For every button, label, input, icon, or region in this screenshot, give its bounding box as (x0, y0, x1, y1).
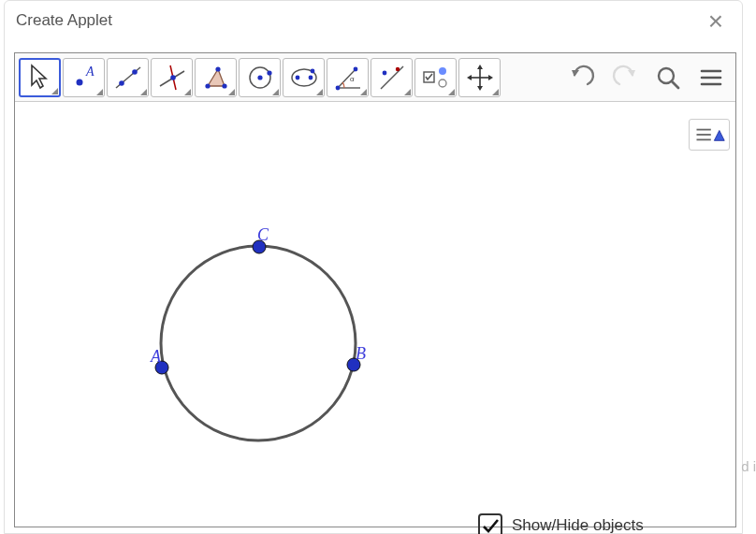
search-button[interactable] (647, 59, 689, 96)
undo-icon (568, 64, 596, 92)
svg-point-29 (439, 79, 446, 87)
svg-point-7 (170, 75, 176, 80)
angle-icon: α (332, 62, 364, 94)
svg-point-0 (76, 79, 82, 85)
tool-perpendicular[interactable] (151, 58, 193, 97)
redo-icon (611, 64, 639, 92)
menu-button[interactable] (691, 59, 732, 96)
tool-slider[interactable] (414, 58, 457, 97)
svg-point-18 (310, 68, 314, 73)
label-B: B (356, 344, 366, 364)
perp-icon (156, 62, 188, 94)
svg-point-10 (222, 83, 226, 88)
svg-marker-37 (628, 70, 635, 77)
tool-circle[interactable] (239, 58, 281, 97)
svg-point-11 (215, 66, 220, 71)
point-icon: A (68, 62, 100, 94)
checkbox-row: Show/Hide objects (478, 513, 644, 534)
svg-point-21 (335, 85, 340, 90)
svg-point-4 (132, 69, 138, 75)
slider-icon (420, 62, 452, 94)
label-A: A (151, 347, 161, 367)
reflect-icon (376, 62, 408, 94)
close-icon[interactable]: × (708, 8, 723, 35)
tool-polygon[interactable] (195, 58, 237, 97)
tool-point[interactable]: A (63, 58, 105, 97)
svg-line-39 (672, 81, 678, 88)
undo-button[interactable] (561, 59, 603, 96)
svg-marker-8 (208, 69, 225, 86)
svg-point-14 (267, 70, 271, 75)
svg-marker-34 (467, 75, 472, 80)
check-icon (481, 516, 500, 534)
tool-reflect[interactable] (371, 58, 413, 97)
svg-line-24 (381, 66, 403, 89)
search-icon (654, 64, 682, 92)
svg-point-16 (295, 75, 299, 79)
svg-marker-35 (488, 75, 493, 80)
tool-conic[interactable] (283, 58, 325, 97)
svg-point-28 (439, 67, 446, 75)
svg-marker-36 (572, 70, 579, 77)
svg-text:A: A (85, 65, 94, 79)
toolbar: A (15, 53, 735, 102)
svg-point-9 (205, 83, 210, 88)
svg-point-13 (257, 75, 262, 79)
menu-icon (697, 64, 725, 92)
construction-svg[interactable] (15, 102, 735, 527)
circle-icon (244, 62, 276, 94)
tool-move[interactable] (19, 58, 61, 97)
svg-text:α: α (350, 75, 355, 83)
side-clipped-text: d i (741, 458, 756, 474)
applet-canvas: A (14, 52, 736, 527)
move-graphics-icon (464, 62, 496, 94)
ellipse-icon (288, 62, 320, 94)
checkbox-label: Show/Hide objects (512, 516, 644, 534)
circle-object[interactable] (161, 246, 356, 440)
svg-point-22 (353, 66, 357, 71)
svg-point-25 (382, 70, 386, 75)
redo-button[interactable] (604, 59, 646, 96)
tool-line[interactable] (107, 58, 149, 97)
page-title: Create Applet (16, 11, 112, 30)
svg-point-17 (308, 75, 313, 79)
svg-marker-33 (477, 86, 483, 91)
svg-point-3 (119, 80, 124, 86)
svg-marker-32 (477, 65, 483, 69)
tool-angle[interactable]: α (327, 58, 369, 97)
show-hide-checkbox[interactable] (478, 513, 502, 534)
tool-move-graphics[interactable] (458, 58, 501, 97)
polygon-icon (200, 62, 232, 94)
svg-point-26 (395, 66, 399, 70)
label-C: C (257, 225, 269, 245)
line-icon (112, 62, 144, 94)
